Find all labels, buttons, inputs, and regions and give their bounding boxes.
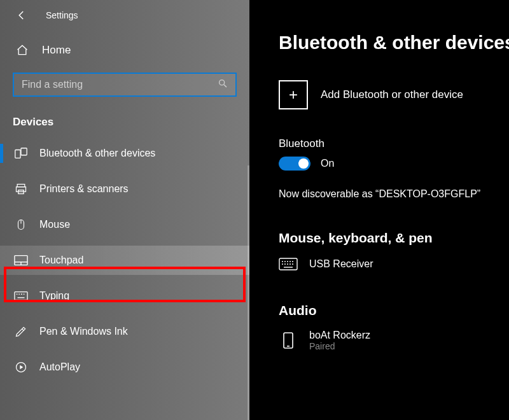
settings-sidebar: Settings Home Devices Bluetooth & other … — [0, 0, 249, 420]
sidebar-item-mouse[interactable]: Mouse — [0, 210, 249, 239]
svg-rect-12 — [15, 292, 27, 300]
section-heading: Devices — [0, 97, 249, 139]
group-heading-mouse: Mouse, keyboard, & pen — [279, 230, 509, 246]
device-name: boAt Rockerz — [309, 330, 370, 341]
phone-device-icon — [279, 333, 298, 347]
sidebar-item-autoplay[interactable]: AutoPlay — [0, 353, 249, 382]
device-status: Paired — [309, 341, 370, 351]
svg-line-1 — [224, 85, 227, 87]
touchpad-icon — [14, 253, 28, 267]
home-label: Home — [42, 44, 71, 57]
mouse-icon — [14, 218, 28, 232]
device-row[interactable]: boAt Rockerz Paired — [279, 330, 509, 351]
svg-rect-2 — [15, 150, 20, 158]
search-icon — [218, 78, 228, 91]
keyboard-icon — [14, 289, 28, 303]
home-link[interactable]: Home — [0, 31, 249, 67]
add-device-button[interactable]: + Add Bluetooth or other device — [279, 80, 509, 109]
bluetooth-heading: Bluetooth — [279, 137, 509, 150]
bluetooth-toggle[interactable] — [279, 157, 310, 171]
plus-icon: + — [279, 80, 308, 109]
device-row[interactable]: USB Receiver — [279, 257, 509, 271]
keyboard-device-icon — [279, 257, 298, 271]
sidebar-item-label: Printers & scanners — [39, 183, 129, 195]
sidebar-item-label: Touchpad — [39, 255, 83, 266]
svg-rect-5 — [17, 187, 26, 192]
sidebar-item-typing[interactable]: Typing — [0, 281, 249, 311]
sidebar-scrollbar[interactable] — [248, 165, 249, 420]
add-device-label: Add Bluetooth or other device — [321, 88, 463, 101]
sidebar-item-label: Mouse — [39, 219, 70, 230]
sidebar-item-touchpad[interactable]: Touchpad — [0, 246, 249, 275]
svg-rect-4 — [17, 185, 25, 187]
search-field[interactable] — [13, 73, 237, 97]
page-title: Bluetooth & other devices — [279, 32, 509, 53]
pen-icon — [14, 325, 28, 339]
sidebar-item-label: Typing — [39, 290, 69, 302]
sidebar-item-pen[interactable]: Pen & Windows Ink — [0, 317, 249, 346]
svg-rect-3 — [21, 148, 27, 155]
sidebar-item-label: Pen & Windows Ink — [39, 326, 128, 337]
home-icon — [15, 43, 29, 57]
search-input[interactable] — [22, 79, 218, 90]
discoverable-text: Now discoverable as “DESKTOP-O3FGFLP” — [279, 188, 509, 200]
sidebar-item-bluetooth[interactable]: Bluetooth & other devices — [0, 139, 249, 168]
device-name: USB Receiver — [309, 258, 373, 270]
bluetooth-devices-icon — [14, 146, 28, 160]
printer-icon — [14, 182, 28, 196]
autoplay-icon — [14, 360, 28, 374]
back-button[interactable] — [15, 9, 28, 22]
group-heading-audio: Audio — [279, 303, 509, 318]
sidebar-item-printers[interactable]: Printers & scanners — [0, 174, 249, 204]
header-title: Settings — [46, 10, 78, 20]
sidebar-item-label: AutoPlay — [39, 361, 80, 373]
sidebar-item-label: Bluetooth & other devices — [39, 148, 155, 159]
svg-marker-19 — [20, 365, 23, 370]
svg-point-0 — [220, 80, 225, 85]
main-panel: Bluetooth & other devices + Add Bluetoot… — [249, 0, 509, 420]
bluetooth-toggle-label: On — [321, 158, 334, 169]
